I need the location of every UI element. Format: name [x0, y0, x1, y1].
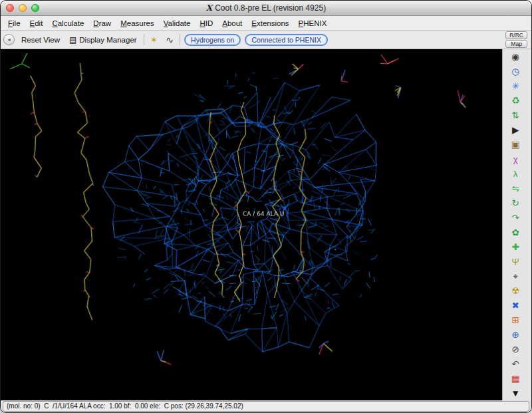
toolbar: ◂ Reset View ▤ Display Manager ✶ ∿ Hydro…: [1, 31, 531, 49]
window-title: XCoot 0.8-pre EL (revision 4925): [1, 3, 531, 13]
chi-angles-icon[interactable]: λ: [505, 167, 525, 182]
ligand-icon[interactable]: ✶: [148, 34, 160, 46]
toolbar-separator: [144, 34, 144, 45]
x11-icon: X: [206, 3, 212, 13]
menu-hid[interactable]: HID: [195, 18, 217, 29]
zoom-button[interactable]: [31, 4, 39, 12]
add-terminal-residue-icon[interactable]: ✚: [505, 240, 525, 255]
squiggle-icon[interactable]: ∿: [164, 34, 176, 46]
minimize-button[interactable]: [19, 4, 27, 12]
window-title-text: Coot 0.8-pre EL (revision 4925): [215, 3, 326, 13]
right-toolbar: ◉◷✳♻⇅▶▣χλ⇋↻↷✿✚Ψ⌖☢✖⊞⊕⊘↶▦▼: [502, 49, 529, 400]
coot-window: XCoot 0.8-pre EL (revision 4925) FileEdi…: [0, 0, 532, 413]
menu-extensions[interactable]: Extensions: [247, 18, 293, 29]
more-items-arrow-icon[interactable]: ▼: [505, 386, 525, 400]
mutate-icon[interactable]: ✿: [505, 225, 525, 240]
menubar: FileEditCalculateDrawMeasuresValidateHID…: [1, 16, 531, 31]
titlebar[interactable]: XCoot 0.8-pre EL (revision 4925): [1, 1, 531, 16]
blue-cross-icon[interactable]: ✖: [505, 299, 525, 313]
refine-icon[interactable]: ♻: [505, 94, 525, 108]
timer-icon[interactable]: ◷: [505, 65, 525, 79]
statusbar: (mol. no: 0) C /1/U/164 ALA occ: 1.00 bf…: [1, 400, 531, 412]
phenix-connection-button[interactable]: Connected to PHENIX: [245, 34, 327, 46]
palette-icon[interactable]: ▦: [505, 372, 525, 386]
snowflake-icon[interactable]: ✳: [505, 79, 525, 94]
eye-icon[interactable]: ◉: [505, 50, 525, 65]
display-manager-label: Display Manager: [79, 36, 136, 44]
hydrogens-toggle-button[interactable]: Hydrogens on: [184, 34, 241, 46]
close-button[interactable]: [6, 4, 14, 12]
plus-box-icon[interactable]: ⊞: [505, 313, 525, 328]
menu-calculate[interactable]: Calculate: [47, 18, 88, 29]
display-manager-icon: ▤: [69, 36, 76, 44]
target-icon[interactable]: ⌖: [505, 269, 525, 284]
undo-icon[interactable]: ↶: [505, 357, 525, 372]
rigid-body-icon[interactable]: ▣: [505, 138, 525, 152]
menu-draw[interactable]: Draw: [88, 18, 116, 29]
toolbar-collapse-button[interactable]: ◂: [3, 34, 15, 45]
toolbar-separator: [180, 34, 180, 45]
play-icon[interactable]: ▶: [505, 123, 525, 138]
reset-view-label: Reset View: [21, 36, 60, 44]
menu-file[interactable]: File: [3, 18, 25, 29]
menu-edit[interactable]: Edit: [25, 18, 48, 29]
status-text: (mol. no: 0) C /1/U/164 ALA occ: 1.00 bf…: [3, 401, 529, 412]
flip-peptide-icon[interactable]: ⇋: [505, 182, 525, 196]
radiation-icon[interactable]: ☢: [505, 284, 525, 299]
reset-view-button[interactable]: Reset View: [19, 35, 63, 45]
main-area: ◉◷✳♻⇅▶▣χλ⇋↻↷✿✚Ψ⌖☢✖⊞⊕⊘↶▦▼: [1, 49, 531, 400]
molecule-viewport[interactable]: [1, 49, 502, 400]
regularize-icon[interactable]: ⇅: [505, 108, 525, 123]
delete-icon[interactable]: ⊘: [505, 343, 525, 357]
place-atom-icon[interactable]: ⊕: [505, 328, 525, 343]
menu-phenix[interactable]: PHENIX: [294, 18, 332, 29]
menu-validate[interactable]: Validate: [159, 18, 196, 29]
jed-flip-icon[interactable]: ↷: [505, 211, 525, 225]
menu-measures[interactable]: Measures: [116, 18, 159, 29]
menu-about[interactable]: About: [217, 18, 247, 29]
sidechain-180-icon[interactable]: ↻: [505, 196, 525, 211]
rrc-button[interactable]: R/RC: [505, 31, 527, 39]
side-button-stack: R/RC Map: [505, 31, 529, 48]
display-manager-button[interactable]: ▤ Display Manager: [66, 35, 140, 45]
alt-conf-icon[interactable]: Ψ: [505, 255, 525, 269]
rotamer-icon[interactable]: χ: [505, 152, 525, 167]
traffic-lights: [6, 4, 39, 12]
map-button[interactable]: Map: [505, 40, 527, 48]
